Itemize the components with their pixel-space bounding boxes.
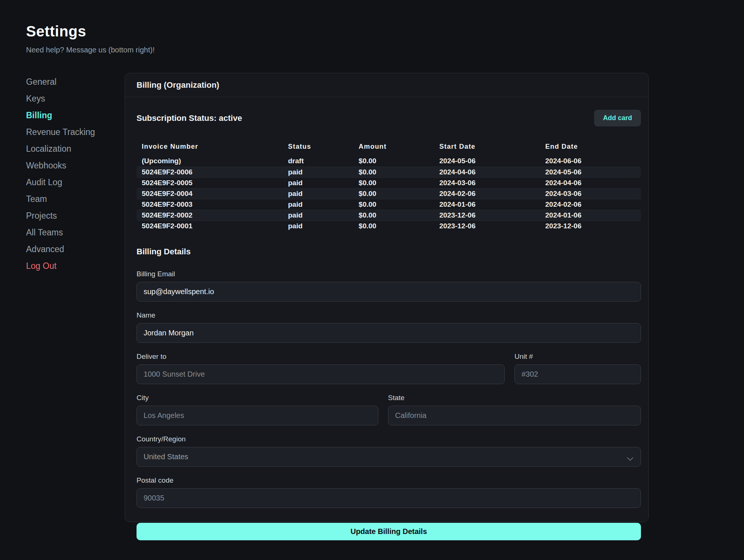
sidebar-item-team[interactable]: Team xyxy=(26,191,119,207)
invoice-status: draft xyxy=(283,156,353,167)
state-field[interactable] xyxy=(388,406,641,425)
invoice-number: 5024E9F2-0006 xyxy=(137,167,283,177)
page-title: Settings xyxy=(26,23,155,40)
unit-label: Unit # xyxy=(514,353,641,361)
sidebar-item-webhooks[interactable]: Webhooks xyxy=(26,157,119,174)
invoice-status: paid xyxy=(283,167,353,177)
invoice-number: 5024E9F2-0004 xyxy=(137,188,283,199)
invoice-start-date: 2024-03-06 xyxy=(434,177,540,188)
invoice-start-date: 2024-02-06 xyxy=(434,188,540,199)
invoice-end-date: 2024-01-06 xyxy=(540,210,641,221)
invoice-end-date: 2024-05-06 xyxy=(540,167,641,177)
sidebar-item-advanced[interactable]: Advanced xyxy=(26,241,119,258)
name-field[interactable] xyxy=(137,323,641,343)
invoice-number: 5024E9F2-0003 xyxy=(137,199,283,210)
invoice-amount: $0.00 xyxy=(353,199,434,210)
sidebar-item-all-teams[interactable]: All Teams xyxy=(26,224,119,241)
postal-code-label: Postal code xyxy=(137,476,641,485)
invoice-end-date: 2024-04-06 xyxy=(540,177,641,188)
invoice-end-date: 2024-03-06 xyxy=(540,188,641,199)
billing-details-heading: Billing Details xyxy=(137,247,641,257)
country-select[interactable]: United States xyxy=(137,447,641,467)
subscription-status: Subscription Status: active xyxy=(137,113,242,123)
invoice-row: 5024E9F2-0006 paid $0.00 2024-04-06 2024… xyxy=(137,167,641,177)
invoice-number: 5024E9F2-0005 xyxy=(137,177,283,188)
panel-title: Billing (Organization) xyxy=(125,73,648,97)
billing-details-form: Billing Email Name Deliver to Unit # xyxy=(137,270,641,540)
invoice-number: 5024E9F2-0002 xyxy=(137,210,283,221)
state-label: State xyxy=(388,394,641,402)
country-select-value: United States xyxy=(144,453,188,461)
invoice-row: (Upcoming) draft $0.00 2024-05-06 2024-0… xyxy=(137,156,641,167)
invoice-amount: $0.00 xyxy=(353,167,434,177)
update-billing-details-button[interactable]: Update Billing Details xyxy=(137,523,641,540)
chevron-down-icon xyxy=(628,454,633,459)
invoice-row: 5024E9F2-0004 paid $0.00 2024-02-06 2024… xyxy=(137,188,641,199)
invoice-start-date: 2023-12-06 xyxy=(434,221,540,231)
deliver-to-field[interactable] xyxy=(137,364,505,384)
col-amount: Amount xyxy=(353,141,434,156)
invoice-status: paid xyxy=(283,210,353,221)
settings-sidebar: General Keys Billing Revenue Tracking Lo… xyxy=(26,74,119,274)
invoice-status: paid xyxy=(283,221,353,231)
invoice-status: paid xyxy=(283,199,353,210)
sidebar-item-general[interactable]: General xyxy=(26,74,119,90)
billing-email-label: Billing Email xyxy=(137,270,641,278)
sidebar-item-keys[interactable]: Keys xyxy=(26,90,119,107)
invoice-end-date: 2023-12-06 xyxy=(540,221,641,231)
unit-field[interactable] xyxy=(514,364,641,384)
invoice-number: 5024E9F2-0001 xyxy=(137,221,283,231)
invoice-status: paid xyxy=(283,188,353,199)
invoice-number: (Upcoming) xyxy=(137,156,283,167)
sidebar-item-billing[interactable]: Billing xyxy=(26,107,119,124)
sidebar-item-projects[interactable]: Projects xyxy=(26,207,119,224)
invoice-table: Invoice Number Status Amount Start Date … xyxy=(137,141,641,231)
invoice-amount: $0.00 xyxy=(353,221,434,231)
add-card-button[interactable]: Add card xyxy=(594,110,641,126)
invoice-amount: $0.00 xyxy=(353,177,434,188)
col-start-date: Start Date xyxy=(434,141,540,156)
page-header: Settings Need help? Message us (bottom r… xyxy=(26,23,155,54)
postal-code-field[interactable] xyxy=(137,488,641,508)
name-label: Name xyxy=(137,311,641,319)
col-invoice-number: Invoice Number xyxy=(137,141,283,156)
invoice-start-date: 2023-12-06 xyxy=(434,210,540,221)
city-label: City xyxy=(137,394,378,402)
sidebar-item-localization[interactable]: Localization xyxy=(26,141,119,157)
sidebar-item-revenue-tracking[interactable]: Revenue Tracking xyxy=(26,124,119,141)
invoice-status: paid xyxy=(283,177,353,188)
city-field[interactable] xyxy=(137,406,378,425)
invoice-end-date: 2024-02-06 xyxy=(540,199,641,210)
invoice-end-date: 2024-06-06 xyxy=(540,156,641,167)
invoice-start-date: 2024-04-06 xyxy=(434,167,540,177)
billing-email-field[interactable] xyxy=(137,282,641,302)
col-status: Status xyxy=(283,141,353,156)
invoice-amount: $0.00 xyxy=(353,156,434,167)
invoice-row: 5024E9F2-0001 paid $0.00 2023-12-06 2023… xyxy=(137,221,641,231)
invoice-amount: $0.00 xyxy=(353,210,434,221)
deliver-to-label: Deliver to xyxy=(137,353,505,361)
country-label: Country/Region xyxy=(137,435,641,443)
invoice-start-date: 2024-05-06 xyxy=(434,156,540,167)
col-end-date: End Date xyxy=(540,141,641,156)
sidebar-item-log-out[interactable]: Log Out xyxy=(26,258,119,274)
invoice-start-date: 2024-01-06 xyxy=(434,199,540,210)
page-subtitle: Need help? Message us (bottom right)! xyxy=(26,46,155,54)
invoice-row: 5024E9F2-0002 paid $0.00 2023-12-06 2024… xyxy=(137,210,641,221)
billing-panel: Billing (Organization) Subscription Stat… xyxy=(125,73,649,522)
invoice-row: 5024E9F2-0005 paid $0.00 2024-03-06 2024… xyxy=(137,177,641,188)
sidebar-item-audit-log[interactable]: Audit Log xyxy=(26,174,119,191)
invoice-amount: $0.00 xyxy=(353,188,434,199)
invoice-table-header: Invoice Number Status Amount Start Date … xyxy=(137,141,641,156)
invoice-row: 5024E9F2-0003 paid $0.00 2024-01-06 2024… xyxy=(137,199,641,210)
